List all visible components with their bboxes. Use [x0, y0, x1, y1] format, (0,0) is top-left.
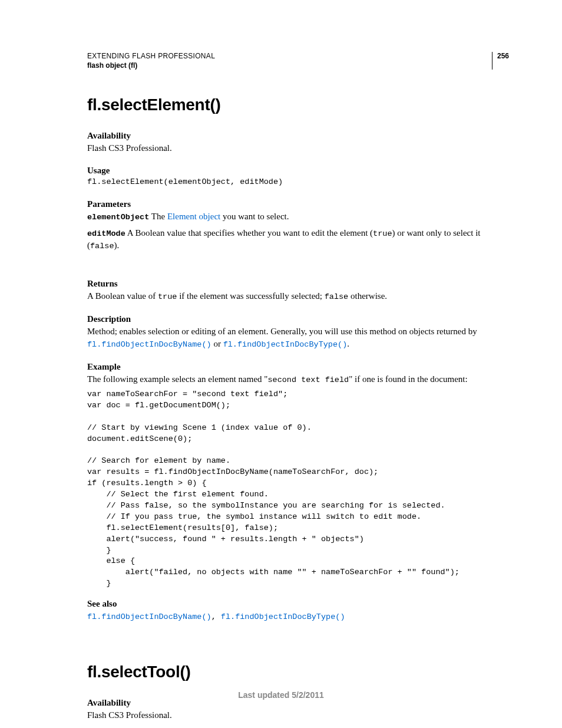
availability-label: Availability: [87, 131, 509, 141]
availability-text-2: Flash CS3 Professional.: [87, 709, 509, 721]
param-name-1: elementObject: [87, 213, 149, 222]
findobjectindocbytype-link-2[interactable]: fl.findObjectInDocByType(): [221, 612, 345, 621]
example-code: var nameToSearchFor = "second text field…: [87, 389, 509, 589]
returns-text: A Boolean value of true if the element w…: [87, 290, 509, 302]
method-title-selecttool: fl.selectTool(): [87, 663, 509, 681]
parameters-label: Parameters: [87, 199, 509, 209]
param-name-2: editMode: [87, 229, 125, 238]
description-label: Description: [87, 314, 509, 324]
running-head: EXTENDING FLASH PROFESSIONAL: [87, 52, 509, 60]
param-editmode: editMode A Boolean value that specifies …: [87, 227, 509, 252]
page-number: 256: [492, 52, 509, 60]
example-label: Example: [87, 362, 509, 372]
seealso-label: See also: [87, 599, 509, 609]
method-title-selectelement: fl.selectElement(): [87, 95, 509, 114]
usage-label: Usage: [87, 166, 509, 176]
seealso-links: fl.findObjectInDocByName(), fl.findObjec…: [87, 610, 509, 622]
running-sub: flash object (fl): [87, 61, 509, 70]
param-elementobject: elementObject The Element object you wan…: [87, 210, 509, 223]
footer-last-updated: Last updated 5/2/2011: [0, 690, 562, 700]
findobjectindocbyname-link-1[interactable]: fl.findObjectInDocByName(): [87, 340, 211, 349]
findobjectindocbytype-link-1[interactable]: fl.findObjectInDocByType(): [223, 340, 348, 349]
findobjectindocbyname-link-2[interactable]: fl.findObjectInDocByName(): [87, 612, 211, 621]
page-container: 256 EXTENDING FLASH PROFESSIONAL flash o…: [0, 0, 562, 722]
returns-label: Returns: [87, 279, 509, 289]
availability-text: Flash CS3 Professional.: [87, 142, 509, 154]
element-object-link[interactable]: Element object: [167, 212, 220, 221]
description-text: Method; enables selection or editing of …: [87, 325, 509, 350]
example-intro: The following example selects an element…: [87, 373, 509, 386]
usage-code: fl.selectElement(elementObject, editMode…: [87, 177, 509, 187]
